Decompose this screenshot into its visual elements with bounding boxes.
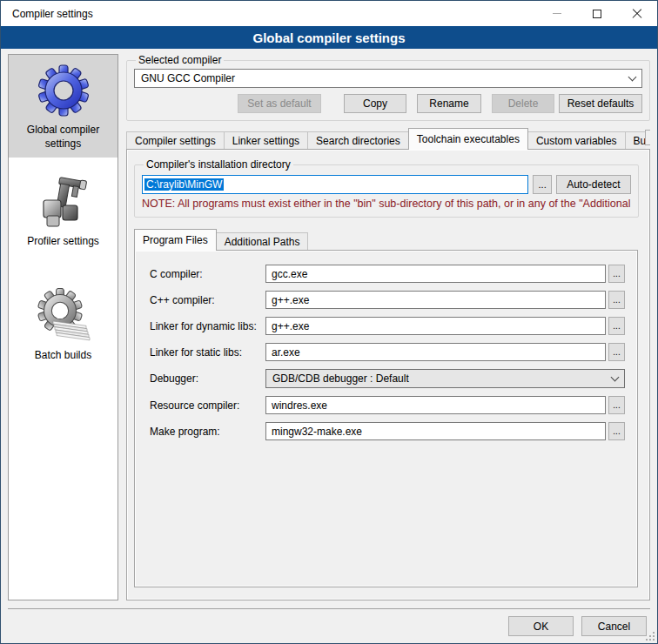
static-linker-label: Linker for static libs: [150,346,265,359]
chevron-down-icon [628,72,637,81]
install-dir-group: Compiler's installation directory C:\ray… [134,158,639,218]
c-compiler-input[interactable] [265,265,606,283]
cpp-compiler-input[interactable] [265,291,606,309]
delete-button[interactable]: Delete [492,94,554,113]
tab-linker-settings[interactable]: Linker settings [224,131,308,150]
make-program-row: Make program: ... [150,422,625,440]
c-compiler-browse-button[interactable]: ... [608,265,625,283]
debugger-label: Debugger: [150,372,265,385]
dialog-footer: OK Cancel [8,608,650,643]
sidebar-item-label: Profiler settings [11,235,115,249]
dynamic-linker-label: Linker for dynamic libs: [150,320,265,332]
settings-tabstrip: Compiler settings Linker settings Search… [126,128,650,150]
resource-compiler-row: Resource compiler: ... [150,396,625,414]
debugger-row: Debugger: GDB/CDB debugger : Default [150,369,625,388]
sidebar-item-label: Global compiler settings [11,124,115,151]
main-panel: Selected compiler GNU GCC Compiler Set a… [126,54,650,600]
programs-notebook: Program Files Additional Paths C compile… [134,229,638,587]
c-compiler-row: C compiler: ... [150,265,625,283]
caliper-icon [36,174,91,230]
resource-compiler-label: Resource compiler: [150,399,265,412]
install-dir-note: NOTE: All programs must exist either in … [142,198,631,210]
cpp-compiler-browse-button[interactable]: ... [608,291,625,309]
selected-compiler-value: GNU GCC Compiler [141,72,235,84]
rename-button[interactable]: Rename [417,94,481,113]
tab-custom-variables[interactable]: Custom variables [527,131,626,150]
toolchain-executables-panel: Compiler's installation directory C:\ray… [126,149,650,600]
make-program-label: Make program: [150,426,265,438]
install-dir-browse-button[interactable]: ... [533,175,552,194]
static-linker-input[interactable] [265,343,606,361]
make-program-input[interactable] [265,422,606,440]
selected-compiler-group: Selected compiler GNU GCC Compiler Set a… [126,54,650,121]
minimize-button[interactable] [537,1,577,26]
tab-toolchain-executables[interactable]: Toolchain executables [408,128,528,150]
tab-scroll-arrows [645,128,650,145]
dynamic-linker-row: Linker for dynamic libs: ... [150,317,625,335]
install-dir-group-label: Compiler's installation directory [144,158,293,171]
dynamic-linker-browse-button[interactable]: ... [608,317,625,335]
cpp-compiler-row: C++ compiler: ... [150,291,625,309]
maximize-button[interactable] [577,1,617,26]
debugger-value: GDB/CDB debugger : Default [272,372,409,385]
resize-grip[interactable] [644,630,655,641]
ok-button[interactable]: OK [508,616,574,636]
close-button[interactable] [617,1,657,26]
tab-search-directories[interactable]: Search directories [307,131,409,150]
close-icon [632,9,642,19]
dynamic-linker-input[interactable] [265,317,606,335]
selected-compiler-dropdown[interactable]: GNU GCC Compiler [134,69,642,88]
debugger-dropdown[interactable]: GDB/CDB debugger : Default [265,369,625,388]
tab-compiler-settings[interactable]: Compiler settings [126,131,225,150]
resource-compiler-input[interactable] [265,396,606,414]
make-program-browse-button[interactable]: ... [608,422,625,440]
window-controls [537,1,657,26]
sidebar: Global compiler settings [8,54,118,600]
copy-button[interactable]: Copy [344,94,406,113]
set-as-default-button[interactable]: Set as default [238,94,321,113]
cpp-compiler-label: C++ compiler: [150,294,265,306]
sidebar-item-global-compiler-settings[interactable]: Global compiler settings [9,55,118,158]
install-dir-selected-text: C:\raylib\MinGW [144,178,224,191]
c-compiler-label: C compiler: [150,268,265,280]
window-title: Compiler settings [1,8,93,20]
sidebar-item-label: Batch builds [11,349,115,363]
reset-defaults-button[interactable]: Reset defaults [559,94,642,113]
sidebar-item-profiler-settings[interactable]: Profiler settings [9,166,118,256]
maximize-icon [593,10,601,18]
compiler-settings-dialog: Compiler settings Global compiler settin… [0,0,658,644]
cancel-button[interactable]: Cancel [581,616,647,636]
page-title: Global compiler settings [1,26,657,49]
sidebar-item-batch-builds[interactable]: Batch builds [9,280,118,370]
static-linker-row: Linker for static libs: ... [150,343,625,361]
program-files-panel: C compiler: ... C++ compiler: ... Linker… [134,250,638,587]
title-bar: Compiler settings [1,1,657,26]
resource-compiler-browse-button[interactable]: ... [608,396,625,414]
gray-gear-stack-icon [36,288,91,344]
chevron-down-icon [611,372,620,381]
tab-build-options[interactable]: Builc [625,131,646,150]
minimize-icon [553,13,561,14]
install-dir-input[interactable]: C:\raylib\MinGW [142,175,528,194]
tab-scroll-left-button[interactable] [645,130,650,145]
static-linker-browse-button[interactable]: ... [608,343,625,361]
autodetect-button[interactable]: Auto-detect [556,175,630,194]
programs-tabstrip: Program Files Additional Paths [134,229,638,251]
tab-additional-paths[interactable]: Additional Paths [216,232,309,251]
blue-gear-icon [36,63,91,118]
tab-program-files[interactable]: Program Files [134,229,217,251]
selected-compiler-group-label: Selected compiler [136,54,224,66]
compiler-button-row: Set as default Copy Rename Delete Reset … [134,94,642,113]
